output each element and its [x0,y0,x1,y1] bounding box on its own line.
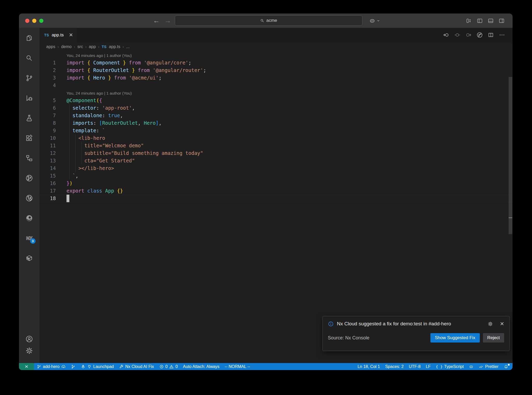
code-line-6[interactable]: 6 selector: 'app-root', [39,104,513,112]
activity-gitlens[interactable] [25,174,34,182]
code-line-16[interactable]: 16}) [39,180,513,187]
codelens-blame[interactable]: You, 24 minutes ago | 1 author (You) [39,89,513,97]
cursor-position-item[interactable]: Ln 18, Col 1 [355,363,382,370]
code-line-4[interactable]: 4 [39,82,513,89]
activity-search[interactable] [25,54,34,62]
line-content: cta="Get Started" [56,157,513,164]
info-icon [328,321,334,327]
line-content: import { RouterOutlet } from '@angular/r… [56,67,513,74]
code-line-13[interactable]: 13 cta="Get Started" [39,157,513,164]
vertical-scrollbar[interactable] [509,77,512,234]
activity-explorer[interactable] [25,34,34,42]
reject-button[interactable]: Reject [483,333,504,343]
activity-source-control[interactable] [25,74,34,82]
eol-item[interactable]: LF [423,363,433,370]
zoom-button[interactable] [39,19,43,23]
line-number: 5 [39,97,56,104]
activity-containers[interactable] [25,254,34,262]
branch-item[interactable]: add-hero [34,363,68,370]
toggle-panel-icon[interactable] [488,18,494,24]
activity-gitlens-inspect[interactable] [25,194,34,202]
line-number: 1 [39,59,56,67]
language-item[interactable]: { }TypeScript [433,363,467,370]
commit-graph-icon[interactable] [476,32,483,38]
codelens-blame[interactable]: You, 24 minutes ago | 1 author (You) [39,51,513,59]
customize-layout-icon[interactable] [466,18,472,24]
code-line-14[interactable]: 14 ></lib-hero> [39,164,513,172]
encoding-item[interactable]: UTF-8 [406,363,423,370]
indentation-item[interactable]: Spaces: 2 [383,363,406,370]
nav-back-circle-icon[interactable] [443,32,449,38]
indent-guide [75,157,76,164]
activity-accounts[interactable] [25,334,34,343]
nav-forward-circle-icon[interactable] [465,32,472,38]
more-actions-icon[interactable] [499,32,505,38]
line-content: }) [56,180,513,187]
remote-indicator[interactable] [19,363,34,370]
label: add-hero [43,364,59,369]
indent-guide [69,127,70,134]
activity-nx-console[interactable]: NX3 [25,234,34,242]
auto-attach-item[interactable]: Auto Attach: Always [180,363,222,370]
code-line-5[interactable]: 5@Component({ [39,97,513,104]
split-editor-icon[interactable] [488,32,494,38]
breadcrumb-item[interactable]: ... [126,44,130,49]
notification-settings-gear-icon[interactable] [488,321,493,327]
code-line-7[interactable]: 7 standalone: true, [39,112,513,119]
problems-item[interactable]: 00 [157,363,181,370]
activity-run-debug[interactable] [25,94,34,102]
line-number: 6 [39,104,56,112]
vim-block-cursor [66,195,69,202]
show-suggested-fix-button[interactable]: Show Suggested Fix [430,333,480,343]
code-line-12[interactable]: 12 subtitle="Build something amazing tod… [39,149,513,157]
code-line-1[interactable]: 1import { Component } from '@angular/cor… [39,59,513,67]
typescript-file-icon: TS [102,45,107,49]
code-line-9[interactable]: 9 template: ` [39,127,513,134]
line-content: import { Hero } from '@acme/ui'; [56,74,513,82]
code-line-15[interactable]: 15 `, [39,172,513,180]
line-number: 14 [39,164,56,172]
activity-settings[interactable] [25,346,34,355]
activity-extensions[interactable] [25,134,34,142]
copilot-item[interactable] [466,363,476,370]
nx-cloud-ai-fix-item[interactable]: Nx Cloud AI Fix [116,363,156,370]
code-line-2[interactable]: 2import { RouterOutlet } from '@angular/… [39,67,513,74]
code-line-11[interactable]: 11 title="Welcmoe demo" [39,142,513,149]
code-line-3[interactable]: 3import { Hero } from '@acme/ui'; [39,74,513,82]
activity-references[interactable] [25,154,34,162]
tab-app-ts[interactable]: TS app.ts ✕ [39,28,77,42]
code-line-10[interactable]: 10 <lib-hero [39,134,513,142]
close-button[interactable] [25,19,29,23]
breadcrumb-item[interactable]: apps [46,44,55,49]
activity-testing[interactable] [25,114,34,122]
line-content: standalone: true, [56,112,513,119]
prettier-item[interactable]: Prettier [476,363,501,370]
copilot-menu[interactable] [369,14,380,28]
toggle-secondary-sidebar-icon[interactable] [498,18,505,24]
code-line-17[interactable]: 17export class App {} [39,187,513,195]
title-bar: ← → acme [19,14,513,28]
code-line-18[interactable]: 18 [39,195,513,202]
git-graph-item[interactable] [68,363,78,370]
breadcrumb-item[interactable]: app.ts [109,44,120,49]
vim-mode-item[interactable]: -- NORMAL -- [222,363,253,370]
breadcrumb-item[interactable]: demo [61,44,71,49]
notification-close-icon[interactable]: ✕ [500,321,504,327]
close-icon[interactable]: ✕ [69,32,73,38]
code-line-8[interactable]: 8 imports: [RouterOutlet, Hero], [39,119,513,127]
badge: 3 [30,238,36,244]
indent-guide [69,157,70,164]
launchpad-item[interactable]: Launchpad [78,363,116,370]
nav-current-circle-icon[interactable] [454,32,461,38]
line-number: 2 [39,67,56,74]
notifications-bell-item[interactable] [501,363,511,370]
history-forward-button[interactable]: → [164,14,171,28]
minimize-button[interactable] [32,19,36,23]
history-back-button[interactable]: ← [153,14,160,28]
toggle-primary-sidebar-icon[interactable] [477,18,483,24]
activity-edge-browser[interactable] [25,214,34,222]
command-center-search[interactable]: acme [175,15,362,26]
breadcrumb-item[interactable]: src [77,44,83,49]
label: Nx Cloud AI Fix [125,364,154,369]
breadcrumb-item[interactable]: app [89,44,96,49]
